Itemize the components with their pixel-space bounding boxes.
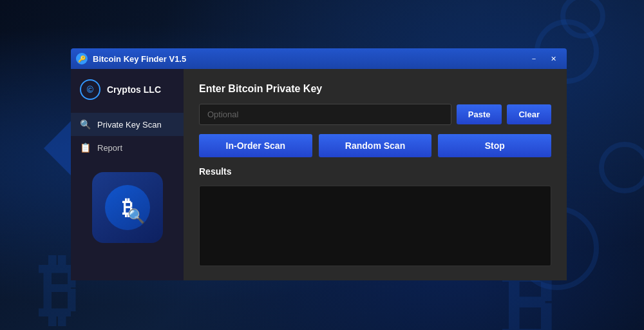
input-row: Paste Clear <box>199 104 551 125</box>
results-title: Results <box>199 166 551 177</box>
titlebar-controls: − ✕ <box>526 53 562 64</box>
sidebar-item-report[interactable]: 📋 Report <box>71 136 184 159</box>
window-body: © Cryptos LLC 🔍 Private Key Scan 📋 Repor… <box>71 69 567 280</box>
in-order-scan-button[interactable]: In-Order Scan <box>199 134 312 157</box>
bg-ring-4 <box>599 142 644 193</box>
sidebar-nav: 🔍 Private Key Scan 📋 Report <box>71 113 184 159</box>
results-area <box>199 186 551 266</box>
sidebar-item-label-report: Report <box>97 143 122 153</box>
titlebar: 🔑 Bitcoin Key Finder V1.5 − ✕ <box>71 48 567 69</box>
sidebar-logo: © Cryptos LLC <box>71 79 184 113</box>
btc-coin-icon: ₿ 🔍 <box>105 185 150 230</box>
titlebar-left: 🔑 Bitcoin Key Finder V1.5 <box>76 53 186 64</box>
random-scan-button[interactable]: Random Scan <box>319 134 432 157</box>
search-icon: 🔍 <box>80 119 91 130</box>
paste-button[interactable]: Paste <box>457 104 502 124</box>
scan-buttons: In-Order Scan Random Scan Stop <box>199 134 551 157</box>
close-button[interactable]: ✕ <box>545 53 562 64</box>
sidebar-btc-image: ₿ 🔍 <box>92 172 163 243</box>
report-icon: 📋 <box>80 142 91 153</box>
sidebar: © Cryptos LLC 🔍 Private Key Scan 📋 Repor… <box>71 69 184 280</box>
logo-text: Cryptos LLC <box>107 84 161 95</box>
titlebar-app-icon: 🔑 <box>76 53 88 64</box>
clear-button[interactable]: Clear <box>507 104 551 124</box>
titlebar-title: Bitcoin Key Finder V1.5 <box>93 54 186 64</box>
stop-button[interactable]: Stop <box>438 134 551 157</box>
sidebar-item-label-private-key-scan: Private Key Scan <box>97 120 162 130</box>
logo-icon: © <box>80 79 100 100</box>
section-title: Enter Bitcoin Private Key <box>199 83 551 95</box>
magnify-icon: 🔍 <box>128 208 145 225</box>
sidebar-item-private-key-scan[interactable]: 🔍 Private Key Scan <box>71 113 184 136</box>
minimize-button[interactable]: − <box>526 53 542 64</box>
private-key-input[interactable] <box>199 104 451 125</box>
main-content: Enter Bitcoin Private Key Paste Clear In… <box>184 69 567 280</box>
